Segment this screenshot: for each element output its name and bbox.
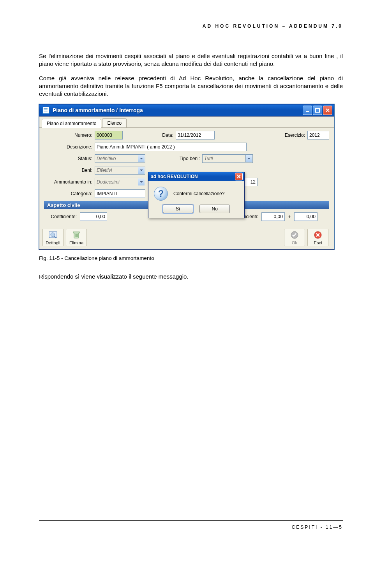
label-categoria: Categoria: — [44, 191, 92, 196]
dialog-close-button[interactable] — [235, 173, 243, 180]
label-esercizio: Esercizio: — [282, 132, 305, 138]
tab-piano[interactable]: Piano di ammortamento — [42, 119, 101, 128]
chevron-down-icon — [245, 155, 252, 162]
label-numero: Numero: — [44, 132, 92, 138]
label-data: Data: — [158, 132, 173, 138]
tabs: Piano di ammortamento Elenco — [39, 117, 334, 128]
dettagli-label: ettagli — [49, 240, 60, 245]
label-descrizione: Descrizione: — [44, 144, 92, 150]
input-coeff-f1[interactable]: 0,00 — [261, 212, 285, 221]
esci-label: sci — [317, 240, 322, 245]
select-beni-value: Effettivi — [97, 166, 112, 174]
paragraph-2: Come già avveniva nelle release preceden… — [39, 74, 343, 98]
minimize-button[interactable] — [303, 106, 312, 115]
input-data[interactable]: 31/12/2012 — [176, 131, 215, 139]
window-title: Piano di ammortamento / Interroga — [53, 107, 302, 113]
select-ammin-value: Dodicesimi — [97, 178, 120, 186]
check-icon — [289, 230, 300, 240]
question-icon: ? — [154, 187, 168, 201]
select-status[interactable]: Definitivo — [95, 154, 145, 163]
page-footer: CESPITI - 11—5 — [39, 520, 343, 530]
input-coeff-civile[interactable]: 0,00 — [80, 212, 107, 221]
dialog-message: Confermi cancellazione? — [173, 191, 224, 196]
input-coeff-f2[interactable]: 0,00 — [294, 212, 318, 221]
select-tipobeni[interactable]: Tutti — [202, 154, 253, 163]
dialog-yes-button[interactable]: Sì — [163, 205, 193, 213]
input-ammin-n[interactable]: 12 — [243, 178, 258, 186]
label-tipobeni: Tipo beni: — [176, 156, 200, 161]
svg-rect-1 — [316, 108, 319, 112]
paragraph-1: Se l'eliminazione dei movimenti cespiti … — [39, 52, 343, 68]
chevron-down-icon — [138, 167, 145, 174]
plus-icon: + — [288, 214, 291, 220]
input-categoria[interactable]: IMPIANTI — [95, 189, 145, 198]
esci-button[interactable]: Esci — [307, 229, 328, 246]
label-beni: Beni: — [44, 168, 92, 173]
paragraph-3: Rispondendo sì viene visualizzato il seg… — [39, 273, 343, 281]
trash-icon — [71, 230, 82, 240]
svg-rect-6 — [73, 232, 79, 233]
elimina-label: limina — [72, 240, 83, 245]
label-ammin: Ammortamento in: — [44, 179, 92, 185]
svg-point-3 — [51, 233, 55, 237]
label-status: Status: — [44, 156, 92, 161]
document-icon — [42, 107, 49, 114]
select-tipobeni-value: Tutti — [204, 155, 213, 162]
input-descrizione[interactable]: Piano Amm.ti IMPIANTI ( anno 2012 ) — [95, 143, 247, 151]
dialog-title: ad hoc REVOLUTION — [151, 174, 234, 179]
select-ammin[interactable]: Dodicesimi — [95, 178, 145, 186]
ok-button[interactable]: Ok — [284, 229, 305, 246]
confirm-dialog: ad hoc REVOLUTION ? Confermi cancellazio… — [148, 172, 245, 218]
select-beni[interactable]: Effettivi — [95, 166, 145, 175]
page-header: AD HOC REVOLUTION – ADDENDUM 7.0 — [39, 23, 343, 29]
close-button[interactable] — [323, 106, 332, 115]
ok-label: k — [295, 240, 298, 245]
search-icon — [48, 230, 58, 240]
input-esercizio[interactable]: 2012 — [307, 131, 329, 139]
exit-icon — [312, 230, 323, 240]
titlebar[interactable]: Piano di ammortamento / Interroga — [39, 104, 334, 117]
tab-elenco[interactable]: Elenco — [102, 118, 127, 127]
figure-caption: Fig. 11-5 - Cancellazione piano di ammor… — [39, 255, 343, 261]
select-status-value: Definitivo — [97, 155, 116, 162]
elimina-button[interactable]: Elimina — [66, 229, 87, 246]
dialog-no-button[interactable]: No — [199, 205, 230, 213]
svg-rect-0 — [306, 111, 309, 112]
chevron-down-icon — [138, 178, 145, 185]
maximize-button[interactable] — [313, 106, 322, 115]
dettagli-button[interactable]: Dettagli — [42, 229, 64, 246]
input-numero[interactable]: 000003 — [95, 131, 123, 139]
chevron-down-icon — [138, 155, 145, 162]
label-coeff-civile: Coefficiente: — [44, 214, 77, 219]
